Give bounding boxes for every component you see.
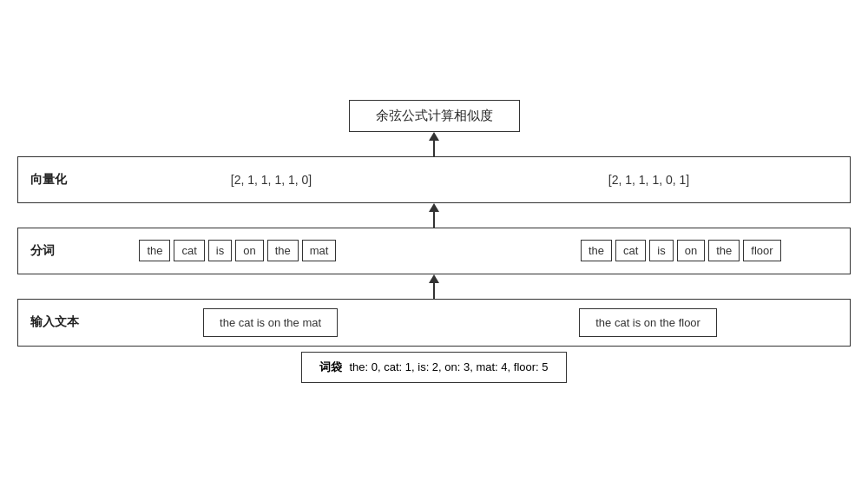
input-content: the cat is on the mat the cat is on the … [82, 308, 838, 337]
text2-box: the cat is on the floor [579, 308, 717, 337]
token-item: floor [743, 240, 780, 261]
tokens-right: thecatisonthefloor [581, 240, 781, 261]
token-item: the [267, 240, 299, 261]
vec-content: [2, 1, 1, 1, 1, 0] [2, 1, 1, 1, 0, 1] [82, 173, 838, 187]
token-item: cat [174, 240, 204, 261]
vec1-value: [2, 1, 1, 1, 1, 0] [231, 173, 312, 187]
seg-label: 分词 [30, 243, 82, 259]
tokens-left: thecatisonthemat [139, 240, 336, 261]
seg-content: thecatisonthemat thecatisonthefloor [82, 240, 838, 261]
text1-value: the cat is on the mat [220, 316, 321, 329]
vocab-box: 词袋the: 0, cat: 1, is: 2, on: 3, mat: 4, … [301, 352, 566, 383]
input-row: 输入文本 the cat is on the mat the cat is on… [17, 299, 851, 347]
vec-label: 向量化 [30, 172, 82, 188]
vocab-label: 词袋 [319, 360, 342, 373]
arrow-3 [429, 274, 439, 299]
token-item: is [208, 240, 232, 261]
vocab-content: the: 0, cat: 1, is: 2, on: 3, mat: 4, fl… [349, 360, 548, 373]
text1-box: the cat is on the mat [203, 308, 338, 337]
arrow-2 [429, 203, 439, 228]
arrow-1 [429, 132, 439, 156]
token-item: cat [615, 240, 646, 261]
token-item: on [677, 240, 705, 261]
token-item: is [649, 240, 673, 261]
diagram: 余弦公式计算相似度 向量化 [2, 1, 1, 1, 1, 0] [2, 1, … [17, 100, 851, 383]
token-item: the [581, 240, 612, 261]
cosine-box: 余弦公式计算相似度 [349, 100, 520, 132]
input-label: 输入文本 [30, 314, 82, 330]
vectorize-row: 向量化 [2, 1, 1, 1, 1, 0] [2, 1, 1, 1, 0, 1… [17, 156, 851, 203]
token-item: on [235, 240, 263, 261]
token-item: the [139, 240, 170, 261]
segment-row: 分词 thecatisonthemat thecatisonthefloor [17, 228, 851, 274]
vec2-value: [2, 1, 1, 1, 0, 1] [608, 173, 689, 187]
cosine-label: 余弦公式计算相似度 [376, 108, 493, 122]
token-item: the [708, 240, 740, 261]
token-item: mat [302, 240, 337, 261]
text2-value: the cat is on the floor [595, 316, 700, 329]
